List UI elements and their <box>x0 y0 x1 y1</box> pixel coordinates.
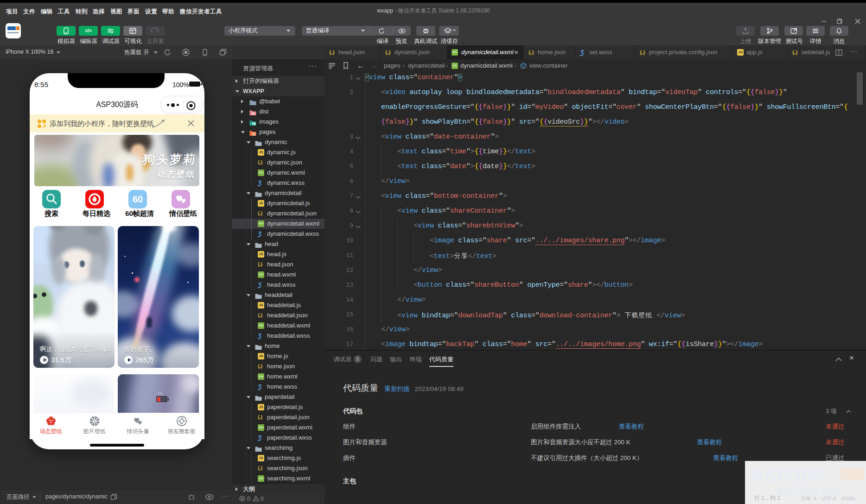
svg-text:<>: <> <box>253 133 255 135</box>
